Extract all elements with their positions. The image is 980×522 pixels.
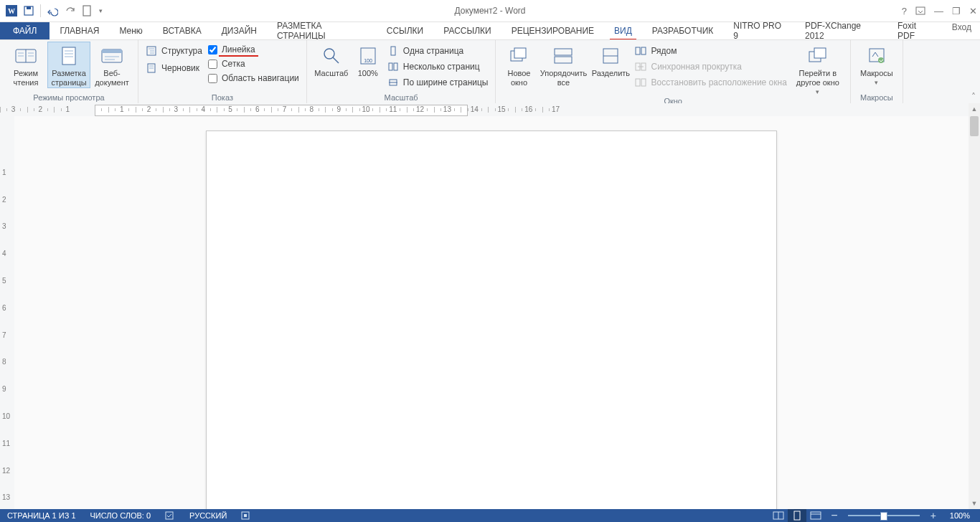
tab-menu[interactable]: Меню [109,22,152,39]
ruler-checkbox[interactable]: Линейка [208,44,299,54]
svg-rect-53 [244,514,247,517]
nav-pane-checkbox[interactable]: Область навигации [208,73,299,83]
gridlines-checkbox-input[interactable] [208,60,217,69]
nav-pane-checkbox-input[interactable] [208,74,217,83]
help-icon[interactable]: ? [902,6,907,16]
tab-file[interactable]: ФАЙЛ [0,22,50,39]
print-layout-button[interactable]: Разметка страницы [47,42,90,88]
quick-access-toolbar: W ▾ [0,2,105,19]
zoom-100-button[interactable]: 100 100% [352,42,385,78]
side-by-side-button[interactable]: Рядом [635,44,786,57]
tab-review[interactable]: РЕЦЕНЗИРОВАНИЕ [501,22,604,39]
tab-developer[interactable]: РАЗРАБОТЧИК [642,22,724,39]
signin-link[interactable]: Вход [943,22,980,39]
word-count[interactable]: ЧИСЛО СЛОВ: 0 [83,511,159,520]
gridlines-checkbox[interactable]: Сетка [208,59,299,69]
zoom-in-button[interactable]: + [924,509,943,522]
undo-icon[interactable] [44,2,61,19]
switch-windows-button[interactable]: Перейти в другое окно▾ [790,42,846,97]
tab-mailings[interactable]: РАССЫЛКИ [433,22,501,39]
save-icon[interactable] [20,2,37,19]
page[interactable] [206,130,777,509]
zoom-slider[interactable] [848,515,920,516]
web-layout-view-icon[interactable] [806,509,825,522]
tab-home[interactable]: ГЛАВНАЯ [50,22,109,39]
zoom-button[interactable]: Масштаб [311,42,352,78]
ruler-checkbox-input[interactable] [208,45,217,54]
document-canvas[interactable] [14,116,969,509]
page-width-button[interactable]: По ширине страницы [387,76,489,89]
reset-position-icon [635,77,646,88]
tab-view[interactable]: ВИД [604,22,642,39]
tab-layout[interactable]: РАЗМЕТКА СТРАНИЦЫ [267,22,377,39]
document-title: Документ2 - Word [0,6,980,16]
title-bar: W ▾ Документ2 - Word ? — ❐ ✕ [0,0,980,22]
zoom-slider-knob[interactable] [880,512,887,521]
switch-windows-icon [806,44,829,67]
horizontal-ruler[interactable]: 3211234567891011121314151617 [0,103,969,117]
zoom-level[interactable]: 100% [943,511,980,520]
language[interactable]: РУССКИЙ [182,511,234,520]
svg-rect-48 [814,48,826,58]
read-mode-label: Режим чтения [6,69,46,87]
svg-rect-3 [27,6,31,9]
page-count[interactable]: СТРАНИЦА 1 ИЗ 1 [0,511,83,520]
separator [40,4,41,17]
web-layout-button[interactable]: Веб-документ [90,42,133,87]
collapse-ribbon-icon[interactable]: ˄ [971,92,976,102]
svg-rect-57 [811,512,821,519]
sync-scroll-icon [635,61,646,72]
zoom-out-button[interactable]: − [825,509,844,522]
vertical-ruler[interactable]: 12345678910111213 [0,116,15,509]
split-button[interactable]: Разделить [589,42,632,78]
macros-button[interactable]: Макросы▾ [855,42,898,87]
arrange-all-button[interactable]: Упорядочить все [537,42,589,87]
proofing-icon[interactable] [158,511,182,520]
read-mode-button[interactable]: Режим чтения [4,42,47,87]
svg-rect-41 [636,47,640,54]
tab-nitro[interactable]: NITRO PRO 9 [723,22,795,39]
app-icon[interactable]: W [3,2,20,19]
group-window: Новое окно Упорядочить все Разделить Ряд… [496,40,850,105]
tab-design[interactable]: ДИЗАЙН [212,22,267,39]
macros-icon [865,44,888,67]
group-zoom: Масштаб 100 100% Одна страница Несколько… [307,40,496,105]
arrange-all-icon [552,44,575,67]
group-views: Режим чтения Разметка страницы Веб-докум… [0,40,138,105]
multi-page-button[interactable]: Несколько страниц [387,60,489,73]
scroll-up-icon[interactable]: ▲ [969,103,980,115]
ribbon-display-icon[interactable] [915,6,925,15]
one-page-button[interactable]: Одна страница [387,44,489,57]
new-window-button[interactable]: Новое окно [500,42,537,87]
close-icon[interactable]: ✕ [969,6,977,16]
one-page-icon [387,45,399,57]
print-layout-view-icon[interactable] [788,509,806,522]
macro-record-icon[interactable] [234,511,257,520]
svg-rect-33 [394,63,397,70]
svg-point-50 [878,57,884,63]
group-macros: Макросы▾ Макросы [851,40,903,105]
new-doc-icon[interactable] [78,2,95,19]
read-mode-view-icon[interactable] [769,509,788,522]
vertical-scrollbar[interactable]: ▲ ▼ [969,103,980,509]
scrollbar-thumb[interactable] [970,116,979,136]
tab-insert[interactable]: ВСТАВКА [153,22,212,39]
svg-rect-42 [641,47,646,54]
draft-icon [146,62,157,74]
svg-rect-37 [555,49,572,55]
tab-pdfxchange[interactable]: PDF-XChange 2012 [795,22,887,39]
minimize-icon[interactable]: — [934,6,943,16]
tab-references[interactable]: ССЫЛКИ [377,22,433,39]
scroll-down-icon[interactable]: ▼ [969,498,980,509]
tab-foxit[interactable]: Foxit PDF [887,22,943,39]
outline-button[interactable]: Структура [146,44,202,57]
multi-page-icon [387,61,399,72]
split-icon [599,44,622,67]
redo-icon[interactable] [61,2,78,19]
ribbon-tabs: ФАЙЛ ГЛАВНАЯ Меню ВСТАВКА ДИЗАЙН РАЗМЕТК… [0,22,980,39]
qat-customize-icon[interactable]: ▾ [95,2,105,19]
maximize-icon[interactable]: ❐ [952,6,961,16]
side-by-side-icon [635,45,646,57]
svg-rect-17 [102,49,122,53]
draft-button[interactable]: Черновик [146,62,202,75]
